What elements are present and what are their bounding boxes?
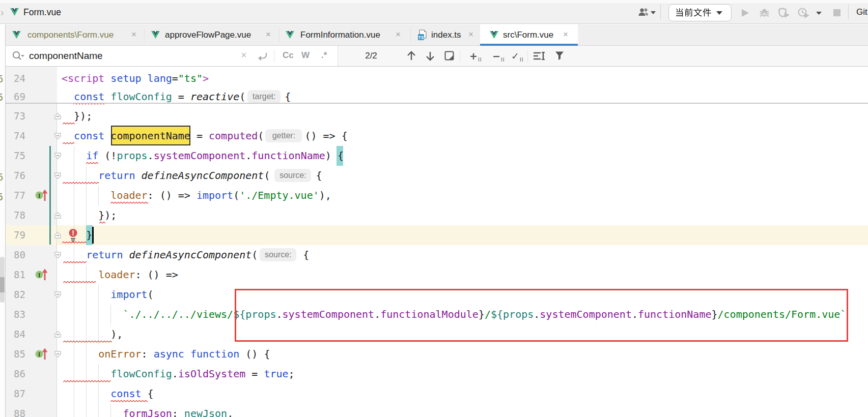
code-token [184, 348, 190, 360]
profiler-icon[interactable] [798, 8, 810, 18]
run-configuration-label[interactable] [675, 8, 712, 18]
close-tab-icon[interactable]: × [563, 29, 568, 40]
profiler-dropdown-arrow-icon[interactable] [816, 11, 822, 15]
open-in-window-icon[interactable] [444, 51, 454, 61]
run-config-dropdown-arrow-icon[interactable] [716, 11, 723, 15]
code-token: = [172, 72, 178, 84]
error-squiggle [86, 162, 98, 165]
breadcrumb-chevron-icon[interactable]: › [1, 7, 4, 18]
svg-text:TS: TS [418, 35, 424, 40]
code-token: ( [239, 91, 245, 103]
code-token: = [172, 91, 190, 103]
stop-icon[interactable] [833, 9, 841, 16]
fold-marker-icon[interactable] [54, 331, 62, 338]
match-case-toggle[interactable]: Cc [283, 50, 294, 61]
tab-approveflowpage-vue[interactable]: approveFlowPage.vue× [144, 24, 279, 46]
arrow-down-icon[interactable] [426, 50, 435, 62]
breadcrumb-file-name[interactable]: Form.vue [23, 7, 61, 18]
newline-icon[interactable] [258, 51, 269, 61]
fold-marker-icon[interactable] [54, 132, 62, 140]
code-token: . [148, 150, 154, 162]
close-tab-icon[interactable]: × [266, 29, 271, 40]
fold-marker-icon[interactable] [54, 231, 62, 239]
close-tab-icon[interactable]: × [131, 29, 136, 40]
search-icon[interactable] [12, 50, 25, 62]
implemented-marker-icon[interactable]: I [35, 268, 47, 281]
code-token: lang [148, 72, 172, 84]
left-pane-scrollbar-thumb[interactable] [0, 277, 5, 292]
code-line-75[interactable]: if (!props.systemComponent.functionName)… [62, 146, 344, 166]
arrow-up-icon[interactable] [407, 50, 416, 62]
code-line-88[interactable]: formJson: newJson, [62, 404, 233, 417]
code-token: ( [233, 189, 239, 201]
svg-text:I: I [38, 272, 41, 279]
tab-label[interactable]: components\Form.vue [27, 30, 114, 40]
code-token: systemComponent [154, 150, 246, 162]
code-token [62, 189, 110, 201]
code-line-77[interactable]: loader: () => import('./Empty.vue'), [62, 186, 331, 205]
close-tab-icon[interactable]: × [468, 29, 473, 40]
code-token [62, 407, 123, 417]
clear-search-icon[interactable]: × [241, 49, 247, 61]
users-dropdown-arrow-icon[interactable] [650, 11, 656, 15]
ts-icon: TS [417, 29, 428, 41]
code-line-80[interactable]: return defineAsyncComponent(source:{ [62, 245, 309, 265]
users-icon[interactable] [638, 7, 649, 17]
code-line-76[interactable]: return defineAsyncComponent(source:{ [62, 166, 322, 186]
tab-forminformation-vue[interactable]: FormInformation.vue× [279, 24, 410, 46]
code-token: loader [110, 189, 147, 201]
vue-icon [490, 31, 498, 39]
code-token: : [142, 348, 154, 360]
tab-src-form-vue[interactable]: src\Form.vue× [480, 24, 578, 46]
tab-index-ts[interactable]: TSindex.ts× [410, 24, 480, 46]
tab-label[interactable]: approveFlowPage.vue [165, 30, 251, 40]
search-query-text[interactable]: componentName [29, 50, 103, 62]
search-in-selection-icon[interactable] [533, 51, 546, 61]
fold-marker-icon[interactable] [54, 172, 62, 180]
code-token: defineAsyncComponent [129, 249, 251, 261]
fold-marker-icon[interactable] [54, 350, 62, 358]
code-line-78[interactable]: }); [62, 205, 117, 225]
debug-icon[interactable] [760, 8, 769, 17]
run-coverage-icon[interactable] [778, 8, 791, 18]
code-line-74[interactable]: const componentName = computed(getter:()… [62, 126, 348, 146]
implemented-marker-icon[interactable]: I [35, 189, 47, 202]
close-tab-icon[interactable]: × [396, 29, 401, 40]
code-token [62, 249, 86, 261]
implemented-marker-icon[interactable]: I [35, 347, 47, 361]
words-toggle[interactable]: W [301, 50, 310, 61]
fold-marker-icon[interactable] [54, 251, 62, 259]
caret-row-highlight [6, 225, 868, 245]
code-token: formJson [123, 407, 172, 417]
code-token: ; [289, 368, 295, 380]
run-icon[interactable] [741, 9, 749, 17]
funnel-icon[interactable] [555, 51, 564, 61]
code-line-82[interactable]: import( [62, 285, 154, 305]
code-token: = [190, 130, 209, 142]
clipped-line-number: 6 [0, 74, 5, 84]
fold-marker-icon[interactable] [54, 112, 62, 120]
fold-marker-icon[interactable] [54, 212, 62, 219]
git-widget[interactable]: Git [856, 7, 867, 17]
left-pane-edge: 6565 [0, 24, 5, 417]
sticky-line-24[interactable]: <script setup lang="ts"> [62, 69, 209, 87]
plus-occurrence-icon[interactable]: +II [469, 50, 481, 62]
error-bulb-icon[interactable]: ! [69, 228, 77, 243]
code-token [62, 91, 74, 103]
code-line-85[interactable]: onError: async function () { [62, 344, 270, 364]
regex-toggle[interactable]: .* [321, 50, 327, 61]
pane-divider[interactable] [5, 24, 6, 417]
fold-marker-icon[interactable] [54, 152, 62, 160]
check-occurrence-icon[interactable]: ✓II [511, 50, 523, 62]
find-separator [274, 50, 274, 63]
tab-components-form-vue[interactable]: components\Form.vue× [6, 24, 144, 46]
tab-label[interactable]: src\Form.vue [503, 30, 553, 40]
tab-label[interactable]: FormInformation.vue [300, 30, 380, 40]
code-editor[interactable]: }); const componentName = computed(gette… [0, 67, 868, 417]
minus-occurrence-icon[interactable]: −II [492, 50, 504, 62]
fold-marker-icon[interactable] [54, 291, 62, 299]
editor-tab-bar: components\Form.vue×approveFlowPage.vue×… [0, 24, 868, 46]
tab-label[interactable]: index.ts [431, 30, 461, 40]
annotation-red-box [235, 289, 848, 342]
svg-text:I: I [38, 351, 41, 358]
